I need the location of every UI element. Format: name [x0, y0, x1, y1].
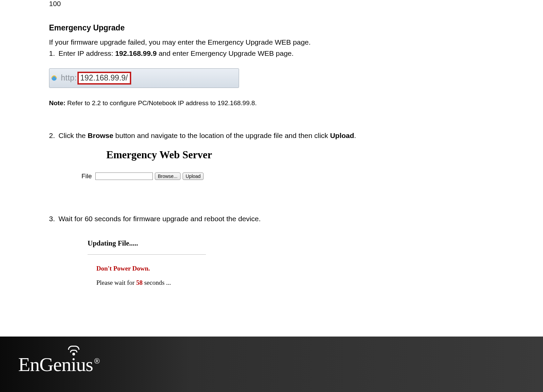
- note-label: Note:: [49, 99, 66, 107]
- step-3: 3.Wait for 60 seconds for firmware upgra…: [49, 214, 495, 224]
- updating-title: Updating File.....: [88, 239, 206, 248]
- step2-browse-bold: Browse: [88, 132, 113, 139]
- step1-ip: 192.168.99.9: [115, 49, 157, 57]
- step-1-number: 1.: [49, 48, 58, 59]
- upload-button[interactable]: Upload: [183, 172, 204, 180]
- logo-part1: EnGen: [18, 353, 71, 376]
- emergency-title: Emergency Web Server: [81, 149, 237, 161]
- step1-post: and enter Emergency Upgrade WEB page.: [157, 49, 293, 57]
- wait-post: seconds ...: [143, 279, 171, 286]
- ie-icon: [51, 75, 57, 82]
- step-2: 2.Click the Browse button and navigate t…: [49, 131, 495, 141]
- step-2-text: Click the Browse button and navigate to …: [58, 132, 356, 139]
- address-box: 192.168.99.9/: [77, 72, 131, 85]
- page-number: 100: [49, 0, 495, 7]
- divider: [88, 254, 206, 255]
- emergency-web-server-figure: Emergency Web Server File Browse... Uplo…: [81, 149, 237, 180]
- step2-upload-bold: Upload: [330, 132, 354, 139]
- step2-post: .: [354, 132, 356, 139]
- updating-figure: Updating File..... Don't Power Down. Ple…: [88, 239, 206, 286]
- note: Note: Refer to 2.2 to configure PC/Noteb…: [49, 99, 495, 107]
- registered-mark: ®: [94, 357, 100, 366]
- logo-part3: us: [76, 353, 93, 376]
- file-label: File: [81, 172, 92, 180]
- step2-mid: button and navigate to the location of t…: [113, 132, 330, 139]
- wait-seconds: 58: [136, 279, 143, 286]
- file-input[interactable]: [95, 172, 153, 180]
- step1-pre: Enter IP address:: [58, 49, 115, 57]
- engenius-logo: EnGenius®: [18, 353, 100, 376]
- wait-text: Please wait for 58 seconds ...: [96, 279, 206, 286]
- dont-power-down: Don't Power Down.: [96, 265, 206, 272]
- logo-part2: i: [71, 353, 76, 375]
- step-1: 1.Enter IP address: 192.168.99.9 and ent…: [49, 48, 495, 59]
- browse-button[interactable]: Browse...: [155, 172, 181, 180]
- step2-pre: Click the: [58, 132, 88, 139]
- note-text: Refer to 2.2 to configure PC/Notebook IP…: [66, 99, 257, 107]
- intro-text: If your firmware upgrade failed, you may…: [49, 37, 495, 47]
- address-bar-figure: http: 192.168.99.9/: [49, 68, 239, 88]
- step-2-number: 2.: [49, 131, 58, 141]
- section-title: Emergency Upgrade: [49, 23, 495, 32]
- step-3-number: 3.: [49, 214, 58, 224]
- http-label: http:: [61, 73, 77, 83]
- wifi-icon: [68, 346, 79, 356]
- footer: EnGenius®: [0, 337, 543, 392]
- step-3-text: Wait for 60 seconds for firmware upgrade…: [58, 215, 261, 223]
- step-1-text: Enter IP address: 192.168.99.9 and enter…: [58, 49, 293, 57]
- wait-pre: Please wait for: [96, 279, 136, 286]
